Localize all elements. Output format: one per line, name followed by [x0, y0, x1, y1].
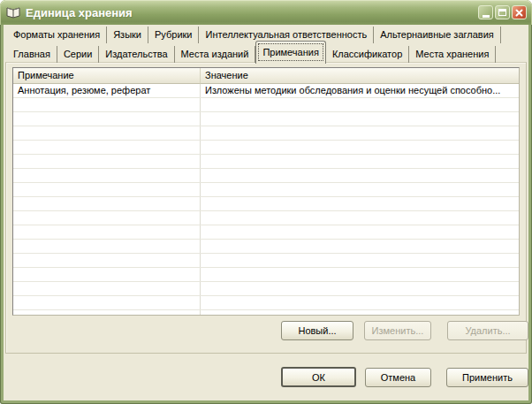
table-cell [13, 254, 201, 267]
minimize-button[interactable] [478, 5, 493, 19]
ok-button[interactable]: ОК [281, 367, 356, 387]
window-title: Единица хранения [26, 6, 476, 19]
table-cell [201, 112, 519, 126]
table-cell [13, 141, 201, 154]
table-row-empty[interactable] [13, 197, 519, 211]
table-row-empty[interactable] [13, 240, 519, 254]
table-row-empty[interactable] [13, 282, 519, 296]
table-cell [13, 310, 201, 316]
tab-row1-2[interactable]: Рубрики [148, 27, 199, 43]
table-cell [13, 98, 201, 111]
table-cell [201, 155, 519, 168]
table-row-empty[interactable] [13, 254, 519, 268]
table-cell [201, 169, 519, 182]
table-row-empty[interactable] [13, 296, 519, 310]
table-cell [201, 310, 519, 316]
tab-row2-0[interactable]: Главная [7, 46, 57, 63]
column-header-note[interactable]: Примечание [13, 68, 201, 84]
table-cell [201, 296, 519, 309]
table-body: Аннотация, резюме, рефератИзложены метод… [13, 84, 519, 316]
table-cell [201, 254, 519, 267]
cancel-button[interactable]: Отмена [365, 368, 431, 387]
delete-button[interactable]: Удалить... [447, 321, 528, 340]
close-icon [515, 9, 523, 17]
dialog-client-area: Форматы храненияЯзыкиРубрикиИнтеллектуал… [4, 25, 528, 400]
table-row-empty[interactable] [13, 141, 519, 155]
tab-row-2: ГлавнаяСерииИздательстваМеста изданийПри… [7, 43, 525, 63]
column-header-value[interactable]: Значение [201, 68, 519, 84]
table-cell [13, 169, 201, 182]
tab-row2-3[interactable]: Места изданий [175, 46, 256, 63]
maximize-icon [498, 9, 506, 16]
book-icon [5, 5, 21, 19]
notes-table[interactable]: Примечание Значение Аннотация, резюме, р… [12, 67, 520, 316]
table-cell [201, 197, 519, 210]
tab-row2-5[interactable]: Классификатор [326, 46, 409, 63]
edit-button[interactable]: Изменить... [364, 321, 431, 340]
table-cell [201, 268, 519, 281]
table-cell [201, 225, 519, 239]
table-cell: Аннотация, резюме, реферат [13, 84, 201, 97]
table-row-empty[interactable] [13, 155, 519, 169]
table-cell [13, 282, 201, 295]
table-row-empty[interactable] [13, 169, 519, 183]
table-row-empty[interactable] [13, 310, 519, 316]
table-cell [13, 112, 201, 126]
tab-row2-6[interactable]: Места хранения [409, 46, 496, 63]
tab-control: Форматы храненияЯзыкиРубрикиИнтеллектуал… [7, 26, 525, 63]
table-cell [201, 98, 519, 111]
close-button[interactable] [512, 5, 527, 19]
tab-row1-0[interactable]: Форматы хранения [7, 27, 107, 43]
table-cell [13, 240, 201, 253]
table-cell [13, 126, 201, 140]
new-button[interactable]: Новый... [281, 321, 353, 340]
apply-button[interactable]: Применить [446, 368, 528, 387]
table-cell [13, 197, 201, 210]
table-row-empty[interactable] [13, 211, 519, 225]
table-cell [201, 126, 519, 140]
tab-row2-2[interactable]: Издательства [99, 46, 174, 63]
dialog-window: Единица хранения Форматы храненияЯзыкиРу… [0, 0, 532, 404]
table-cell [13, 183, 201, 196]
table-cell [13, 296, 201, 309]
table-row-empty[interactable] [13, 126, 519, 141]
table-cell: Изложены методики обследования и оценки … [201, 84, 519, 97]
table-cell [13, 211, 201, 225]
table-cell [13, 155, 201, 168]
table-header-row: Примечание Значение [13, 68, 519, 84]
table-row-empty[interactable] [13, 183, 519, 197]
table-cell [201, 282, 519, 295]
table-cell [201, 240, 519, 253]
table-row-empty[interactable] [13, 112, 519, 126]
titlebar[interactable]: Единица хранения [0, 0, 532, 25]
table-cell [201, 211, 519, 225]
maximize-button[interactable] [495, 5, 510, 19]
tab-row2-1[interactable]: Серии [57, 46, 99, 63]
minimize-icon [483, 15, 490, 18]
table-row-empty[interactable] [13, 98, 519, 112]
table-row[interactable]: Аннотация, резюме, рефератИзложены метод… [13, 84, 519, 98]
tab-row2-4[interactable]: Примечания [255, 41, 326, 64]
table-cell [201, 141, 519, 154]
table-cell [13, 225, 201, 239]
table-cell [201, 183, 519, 196]
tab-row1-1[interactable]: Языки [107, 27, 148, 43]
table-row-empty[interactable] [13, 225, 519, 240]
tab-row1-4[interactable]: Альтернаивные заглавия [374, 27, 501, 43]
table-row-empty[interactable] [13, 268, 519, 282]
table-cell [13, 268, 201, 281]
